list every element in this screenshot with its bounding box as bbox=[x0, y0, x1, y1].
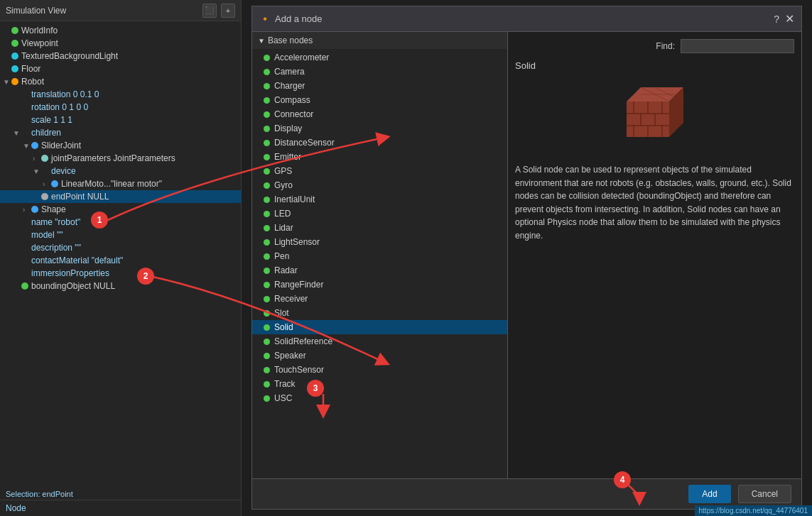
tree-item-worldinfo[interactable]: WorldInfo bbox=[0, 24, 241, 37]
node-item-distancesensor[interactable]: DistanceSensor bbox=[252, 136, 507, 150]
url-bar: https://blog.csdn.net/qq_44776401 bbox=[695, 505, 812, 516]
node-dot-touchsensor bbox=[264, 367, 270, 373]
tree-item-contactmat[interactable]: contactMaterial "default" bbox=[0, 254, 241, 267]
cancel-button[interactable]: Cancel bbox=[738, 485, 791, 503]
tree-item-children[interactable]: ▼children bbox=[0, 126, 241, 139]
node-item-display[interactable]: Display bbox=[252, 121, 507, 136]
node-item-charger[interactable]: Charger bbox=[252, 79, 507, 93]
tree-label-robot: Robot bbox=[21, 77, 44, 87]
tree-item-shape[interactable]: ›Shape bbox=[0, 203, 241, 216]
tree-item-name[interactable]: name "robot" bbox=[0, 216, 241, 229]
tree-label-contactmat: contactMaterial "default" bbox=[31, 256, 123, 265]
tree-dot-worldinfo bbox=[11, 27, 18, 34]
tree-dot-sliderjoint bbox=[31, 142, 38, 149]
node-item-emitter[interactable]: Emitter bbox=[252, 150, 507, 164]
node-item-label-connector: Connector bbox=[274, 109, 313, 119]
add-icon[interactable]: + bbox=[221, 4, 235, 18]
tree-label-model: model "" bbox=[31, 230, 63, 240]
node-dot-slot bbox=[264, 310, 270, 317]
dialog-titlebar: 🔸 Add a node ? ✕ bbox=[252, 6, 801, 32]
node-item-label-distancesensor: DistanceSensor bbox=[274, 138, 335, 148]
node-item-compass[interactable]: Compass bbox=[252, 93, 507, 107]
tree-item-rotation[interactable]: rotation 0 1 0 0 bbox=[0, 101, 241, 114]
node-item-label-radar: Radar bbox=[274, 265, 298, 275]
tree-item-model[interactable]: model "" bbox=[0, 229, 241, 241]
selection-label: Selection: endPoint bbox=[0, 488, 241, 500]
find-input[interactable] bbox=[681, 39, 794, 53]
tree-item-sliderjoint[interactable]: ▼SliderJoint bbox=[0, 139, 241, 152]
node-item-radar[interactable]: Radar bbox=[252, 263, 507, 278]
node-item-receiver[interactable]: Receiver bbox=[252, 292, 507, 306]
node-item-rangefinder[interactable]: RangeFinder bbox=[252, 278, 507, 292]
node-dot-compass bbox=[264, 97, 270, 104]
node-item-gps[interactable]: GPS bbox=[252, 164, 507, 178]
node-item-camera[interactable]: Camera bbox=[252, 65, 507, 79]
node-item-solid[interactable]: Solid bbox=[252, 320, 507, 334]
sim-header: Simulation View ⬛ + bbox=[0, 0, 241, 21]
node-dot-emitter bbox=[264, 154, 270, 160]
tree-item-device[interactable]: ▼device bbox=[0, 165, 241, 177]
node-item-slot[interactable]: Slot bbox=[252, 306, 507, 320]
dialog-title-text: Add a node bbox=[275, 13, 323, 24]
node-item-led[interactable]: LED bbox=[252, 207, 507, 221]
node-item-label-accelerometer: Accelerometer bbox=[274, 53, 329, 62]
node-dot-lidar bbox=[264, 225, 270, 231]
tree-item-linearmotor[interactable]: ›LinearMoto..."linear motor" bbox=[0, 177, 241, 190]
node-item-connector[interactable]: Connector bbox=[252, 107, 507, 121]
node-item-label-usc: USC bbox=[274, 393, 292, 403]
tree-item-immersionprop[interactable]: immersionProperties bbox=[0, 267, 241, 280]
tree-item-viewpoint[interactable]: Viewpoint bbox=[0, 37, 241, 50]
node-dot-lightsensor bbox=[264, 239, 270, 246]
node-item-speaker[interactable]: Speaker bbox=[252, 348, 507, 363]
node-item-touchsensor[interactable]: TouchSensor bbox=[252, 363, 507, 377]
solid-description: A Solid node can be used to represent ob… bbox=[515, 163, 794, 471]
tree-item-boundobj[interactable]: boundingObject NULL bbox=[0, 280, 241, 292]
tree-arrow-sliderjoint: ▼ bbox=[23, 142, 31, 150]
tree-dot-boundobj bbox=[21, 282, 28, 290]
tree-item-floor[interactable]: Floor bbox=[0, 62, 241, 75]
node-dot-radar bbox=[264, 268, 270, 274]
annotation-1: 1 bbox=[91, 212, 108, 229]
node-dot-gyro bbox=[264, 182, 270, 189]
dialog-body: ▼ Base nodes AccelerometerCameraChargerC… bbox=[252, 32, 801, 478]
help-icon[interactable]: ? bbox=[774, 13, 779, 25]
close-icon[interactable]: ✕ bbox=[785, 12, 794, 26]
node-item-pen[interactable]: Pen bbox=[252, 249, 507, 263]
node-item-label-lightsensor: LightSensor bbox=[274, 237, 320, 247]
node-item-accelerometer[interactable]: Accelerometer bbox=[252, 50, 507, 65]
add-button[interactable]: Add bbox=[688, 485, 730, 503]
collapse-icon[interactable]: ⬛ bbox=[202, 4, 217, 18]
node-item-track[interactable]: Track bbox=[252, 377, 507, 391]
tree-item-texturedbg[interactable]: TexturedBackgroundLight bbox=[0, 50, 241, 62]
annotation-2: 2 bbox=[137, 268, 154, 285]
tree-item-endpoint[interactable]: endPoint NULL bbox=[0, 190, 241, 203]
tree-dot-texturedbg bbox=[11, 53, 18, 60]
node-item-label-rangefinder: RangeFinder bbox=[274, 280, 323, 290]
tree-item-robot[interactable]: ▼Robot bbox=[0, 75, 241, 88]
node-item-lightsensor[interactable]: LightSensor bbox=[252, 235, 507, 249]
tree-item-translation[interactable]: translation 0 0.1 0 bbox=[0, 88, 241, 101]
brick-cube-image bbox=[616, 80, 694, 151]
dialog-controls: ? ✕ bbox=[774, 12, 794, 26]
dialog-title: 🔸 Add a node bbox=[259, 13, 323, 24]
detail-panel: Find: Solid bbox=[508, 32, 801, 478]
tree-arrow-shape: › bbox=[23, 206, 31, 214]
node-item-solidreference[interactable]: SolidReference bbox=[252, 334, 507, 348]
tree-item-description[interactable]: description "" bbox=[0, 241, 241, 254]
tree-label-name: name "robot" bbox=[31, 217, 80, 227]
base-nodes-group[interactable]: ▼ Base nodes bbox=[252, 32, 507, 49]
node-item-lidar[interactable]: Lidar bbox=[252, 221, 507, 235]
node-dot-rangefinder bbox=[264, 282, 270, 288]
tree-label-jointparams: jointParameters JointParameters bbox=[51, 153, 175, 163]
find-label: Find: bbox=[656, 41, 675, 51]
tree-item-scale[interactable]: scale 1 1 1 bbox=[0, 114, 241, 126]
node-item-inertialunit[interactable]: InertialUnit bbox=[252, 192, 507, 207]
node-item-usc[interactable]: USC bbox=[252, 391, 507, 405]
node-item-label-solid: Solid bbox=[274, 322, 293, 332]
node-item-label-emitter: Emitter bbox=[274, 152, 301, 162]
node-dot-camera bbox=[264, 69, 270, 75]
dialog-title-icon: 🔸 bbox=[259, 13, 271, 24]
node-item-gyro[interactable]: Gyro bbox=[252, 178, 507, 192]
simulation-panel: Simulation View ⬛ + WorldInfoViewpointTe… bbox=[0, 0, 242, 516]
tree-item-jointparams[interactable]: ›jointParameters JointParameters bbox=[0, 152, 241, 165]
